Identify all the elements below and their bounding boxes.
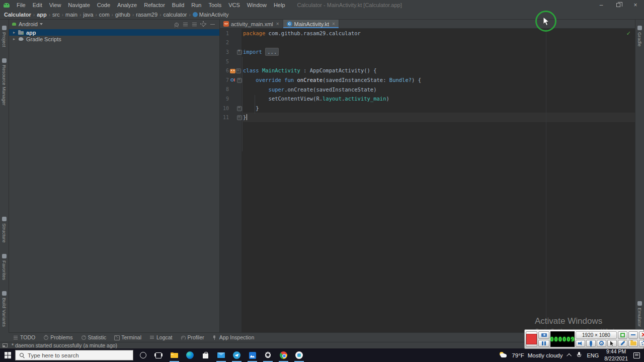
- tool-window-button[interactable]: Profiler: [181, 334, 204, 340]
- webcam-button[interactable]: [597, 340, 606, 347]
- hide-panel-icon[interactable]: [210, 22, 215, 27]
- menu-item[interactable]: Edit: [30, 1, 45, 9]
- breadcrumb-item[interactable]: src: [52, 12, 60, 18]
- region-select-button[interactable]: [618, 331, 627, 339]
- code-line[interactable]: setContentView(R.layout.activity_main): [243, 94, 636, 104]
- gear-icon[interactable]: [201, 22, 206, 27]
- taskbar-app-button[interactable]: [245, 348, 260, 362]
- code-line[interactable]: import ...: [243, 47, 636, 57]
- code-line[interactable]: super.onCreate(savedInstanceState): [243, 85, 636, 95]
- menu-item[interactable]: Refactor: [141, 1, 168, 9]
- screenshot-button[interactable]: [538, 331, 549, 339]
- tool-window-button[interactable]: Statistic: [81, 334, 107, 340]
- recorder-minimize-button[interactable]: [628, 331, 638, 339]
- taskbar-search-box[interactable]: Type here to search: [15, 350, 133, 360]
- taskbar-app-button[interactable]: [276, 348, 291, 362]
- tree-row[interactable]: ▸ Gradle Scripts: [9, 36, 219, 42]
- project-view-mode[interactable]: Android: [19, 21, 38, 27]
- android-file-gutter-icon[interactable]: [230, 69, 235, 73]
- menu-item[interactable]: Tools: [205, 1, 224, 9]
- code-line[interactable]: }: [243, 104, 636, 113]
- tray-microphone-icon[interactable]: [577, 352, 581, 358]
- gutter-row[interactable]: 8: [220, 85, 242, 95]
- weather-widget[interactable]: 79°F Mostly cloudy: [499, 352, 562, 359]
- code-line[interactable]: [243, 38, 636, 48]
- menu-item[interactable]: VCS: [225, 1, 243, 9]
- pause-button[interactable]: [538, 340, 549, 347]
- recorder-settings-button[interactable]: [639, 340, 644, 347]
- gutter-row[interactable]: 1: [220, 29, 242, 38]
- gutter-row[interactable]: 10: [220, 104, 242, 113]
- menu-item[interactable]: File: [14, 1, 29, 9]
- taskbar-app-button[interactable]: [229, 348, 245, 362]
- fold-marker-icon[interactable]: [237, 78, 242, 82]
- minimize-button[interactable]: –: [593, 0, 610, 10]
- collapse-all-icon[interactable]: [192, 22, 197, 27]
- tool-window-tab[interactable]: Gradle: [636, 23, 643, 50]
- input-language[interactable]: ENG: [587, 352, 599, 358]
- tool-window-tab[interactable]: Emulator: [636, 298, 643, 330]
- gutter-row[interactable]: 6: [220, 66, 242, 75]
- menu-item[interactable]: Code: [94, 1, 113, 9]
- fold-marker-icon[interactable]: [237, 50, 242, 54]
- code-line[interactable]: }: [243, 113, 636, 122]
- menu-item[interactable]: View: [46, 1, 64, 9]
- taskbar-app-button[interactable]: [260, 348, 276, 362]
- code-line[interactable]: override fun onCreate(savedInstanceState…: [243, 75, 636, 85]
- breadcrumb-item[interactable]: java: [83, 12, 93, 18]
- tool-window-tab[interactable]: Project: [1, 23, 8, 50]
- breadcrumb-item[interactable]: main: [65, 12, 77, 18]
- gutter-row[interactable]: 5: [220, 57, 242, 66]
- menu-item[interactable]: Window: [244, 1, 270, 9]
- code-line[interactable]: [243, 57, 636, 66]
- tool-window-tab[interactable]: Build Variants: [1, 288, 8, 330]
- locate-file-icon[interactable]: [174, 22, 179, 27]
- tool-window-tab[interactable]: Structure: [1, 214, 8, 246]
- tool-window-switcher-icon[interactable]: [3, 343, 8, 347]
- clock[interactable]: 9:44 PM 8/22/2021: [604, 348, 628, 361]
- gutter-row[interactable]: 7: [220, 75, 242, 85]
- tool-window-button[interactable]: Terminal: [114, 334, 141, 340]
- tool-window-tab[interactable]: Favorites: [1, 251, 8, 283]
- chevron-down-icon[interactable]: [40, 23, 43, 25]
- breadcrumb-item[interactable]: rasam29: [136, 12, 157, 18]
- recorder-close-button[interactable]: ✕: [639, 331, 644, 339]
- taskbar-app-button[interactable]: [135, 348, 151, 362]
- maximize-button[interactable]: [610, 0, 627, 10]
- code-text[interactable]: package com.github.rasam29.calculatorimp…: [243, 29, 636, 122]
- start-button[interactable]: [0, 348, 15, 362]
- breadcrumb-item[interactable]: github: [115, 12, 130, 18]
- tree-row[interactable]: ▸ app: [9, 29, 219, 36]
- tool-window-button[interactable]: TODO: [13, 334, 35, 340]
- cursor-capture-button[interactable]: [607, 340, 617, 347]
- tray-overflow-icon[interactable]: [567, 353, 572, 358]
- tool-window-button[interactable]: Logcat: [149, 334, 173, 340]
- taskbar-app-button[interactable]: [291, 348, 307, 362]
- gutter-row[interactable]: 11: [220, 113, 242, 122]
- open-folder-button[interactable]: [628, 340, 638, 347]
- microphone-button[interactable]: [586, 340, 596, 347]
- editor-tab[interactable]: MainActivity.kt ×: [283, 20, 339, 28]
- gutter-row[interactable]: 2: [220, 38, 242, 48]
- editor-area[interactable]: activity_main.xml × MainActivity.kt × 12…: [220, 20, 636, 332]
- expand-arrow-icon[interactable]: ▸: [13, 30, 18, 35]
- taskbar-app-button[interactable]: [182, 348, 198, 362]
- taskbar-app-button[interactable]: [151, 348, 167, 362]
- breadcrumb-item[interactable]: app: [37, 12, 47, 18]
- taskbar-app-button[interactable]: [167, 348, 182, 362]
- action-center-icon[interactable]: [633, 352, 640, 358]
- tool-window-tab[interactable]: Resource Manager: [1, 55, 8, 109]
- close-tab-icon[interactable]: ×: [332, 21, 335, 27]
- breadcrumb-class[interactable]: MainActivity: [193, 12, 229, 18]
- fold-marker-icon[interactable]: [237, 106, 242, 111]
- expand-arrow-icon[interactable]: ▸: [13, 37, 18, 41]
- menu-item[interactable]: Navigate: [65, 1, 93, 9]
- taskbar-app-button[interactable]: [213, 348, 229, 362]
- gutter-row[interactable]: 9: [220, 94, 242, 104]
- fold-marker-icon[interactable]: [237, 115, 242, 120]
- tool-window-button[interactable]: App Inspection: [212, 334, 254, 340]
- speaker-button[interactable]: [576, 340, 585, 347]
- record-stop-button[interactable]: [526, 331, 537, 347]
- annotate-button[interactable]: [618, 340, 627, 347]
- menu-item[interactable]: Run: [188, 1, 204, 9]
